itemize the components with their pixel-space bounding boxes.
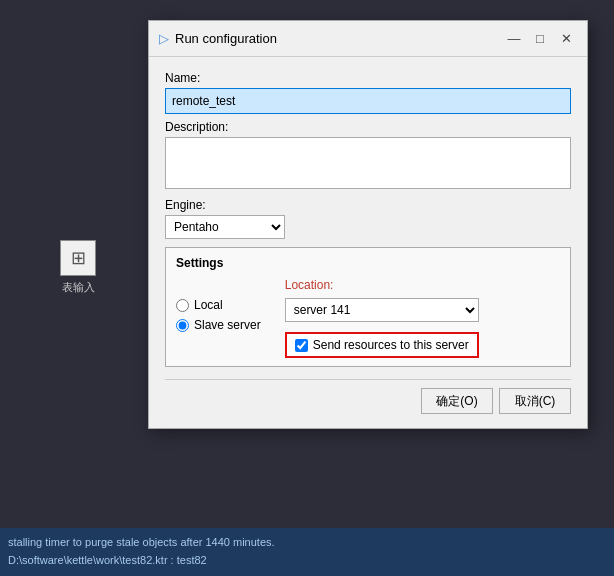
radio-slave-label: Slave server [194, 318, 261, 332]
table-input-label: 表输入 [62, 280, 95, 295]
radio-local[interactable]: Local [176, 298, 261, 312]
settings-title: Settings [176, 256, 560, 270]
status-line-1: stalling timer to purge stale objects af… [8, 534, 606, 552]
run-icon: ▷ [159, 31, 169, 46]
radio-group: Local Slave server [176, 278, 261, 332]
name-label: Name: [165, 71, 571, 85]
run-configuration-dialog: ▷ Run configuration — □ ✕ Name: Descript… [148, 20, 588, 429]
engine-label: Engine: [165, 198, 571, 212]
button-row: 确定(O) 取消(C) [165, 388, 571, 418]
location-group: Location: server 141 server 142 Send res… [285, 278, 479, 358]
left-panel-icon[interactable]: ⊞ 表输入 [60, 240, 96, 295]
send-resources-label: Send resources to this server [313, 338, 469, 352]
status-bar: stalling timer to purge stale objects af… [0, 528, 614, 576]
dialog-title-bar: ▷ Run configuration — □ ✕ [149, 21, 587, 57]
dialog-body: Name: Description: Engine: Pentaho Spark… [149, 57, 587, 428]
location-label: Location: [285, 278, 479, 292]
radio-slave[interactable]: Slave server [176, 318, 261, 332]
settings-box: Settings Local Slave server Location: [165, 247, 571, 367]
send-resources-checkbox[interactable] [295, 339, 308, 352]
status-line-2: D:\software\kettle\work\test82.ktr : tes… [8, 552, 606, 570]
window-controls: — □ ✕ [503, 28, 577, 50]
table-input-icon: ⊞ [60, 240, 96, 276]
radio-local-label: Local [194, 298, 223, 312]
engine-select[interactable]: Pentaho Spark [165, 215, 285, 239]
dialog-title: Run configuration [175, 31, 277, 46]
close-button[interactable]: ✕ [555, 28, 577, 50]
description-label: Description: [165, 120, 571, 134]
maximize-button[interactable]: □ [529, 28, 551, 50]
send-resources-row[interactable]: Send resources to this server [285, 332, 479, 358]
name-input[interactable] [165, 88, 571, 114]
engine-row: Pentaho Spark [165, 215, 571, 239]
location-select[interactable]: server 141 server 142 [285, 298, 479, 322]
title-bar-left: ▷ Run configuration [159, 31, 277, 46]
settings-inner: Local Slave server Location: server 141 … [176, 278, 560, 358]
radio-local-input[interactable] [176, 299, 189, 312]
minimize-button[interactable]: — [503, 28, 525, 50]
radio-slave-input[interactable] [176, 319, 189, 332]
separator [165, 379, 571, 380]
cancel-button[interactable]: 取消(C) [499, 388, 571, 414]
confirm-button[interactable]: 确定(O) [421, 388, 493, 414]
description-input[interactable] [165, 137, 571, 189]
